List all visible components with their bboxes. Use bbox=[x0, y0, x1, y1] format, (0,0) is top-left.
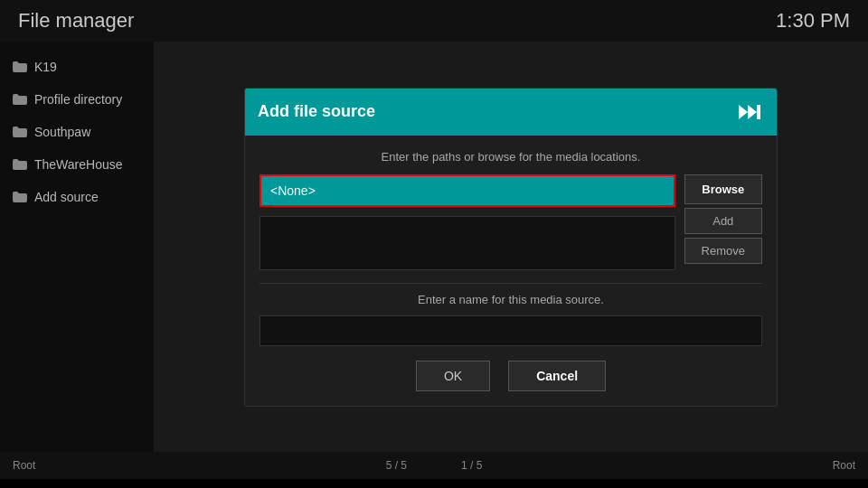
dialog-title: Add file source bbox=[258, 102, 375, 121]
sidebar: K19 Profile directory Southpaw TheWareHo… bbox=[0, 42, 154, 452]
path-input[interactable]: <None> bbox=[259, 174, 675, 207]
footer-center: 5 / 5 1 / 5 bbox=[386, 459, 483, 472]
paths-list bbox=[259, 216, 675, 270]
browse-button[interactable]: Browse bbox=[684, 174, 762, 204]
remove-button[interactable]: Remove bbox=[684, 238, 762, 264]
name-instruction: Enter a name for this media source. bbox=[259, 293, 762, 306]
path-row: <None> bbox=[259, 174, 675, 207]
main-layout: K19 Profile directory Southpaw TheWareHo… bbox=[0, 42, 868, 452]
sidebar-item-profile-directory[interactable]: Profile directory bbox=[0, 83, 154, 116]
folder-icon bbox=[13, 192, 27, 202]
folder-icon bbox=[13, 61, 27, 72]
sidebar-item-add-source[interactable]: Add source bbox=[0, 181, 154, 213]
divider bbox=[259, 283, 762, 284]
svg-rect-2 bbox=[757, 105, 760, 119]
footer: Root 5 / 5 1 / 5 Root bbox=[0, 452, 868, 479]
path-instruction: Enter the paths or browse for the media … bbox=[259, 150, 762, 164]
folder-icon bbox=[13, 94, 27, 105]
folder-icon bbox=[13, 159, 27, 170]
footer-right: Root bbox=[833, 459, 855, 472]
dialog-overlay: Add file source Enter the paths or brows… bbox=[154, 42, 868, 452]
content-area: Add file source Enter the paths or brows… bbox=[154, 42, 868, 452]
sidebar-item-thewarehouse[interactable]: TheWareHouse bbox=[0, 148, 154, 181]
ok-button[interactable]: OK bbox=[416, 361, 490, 391]
cancel-button[interactable]: Cancel bbox=[508, 361, 606, 391]
svg-marker-0 bbox=[739, 105, 748, 119]
svg-marker-1 bbox=[748, 105, 757, 119]
footer-left: Root bbox=[13, 459, 35, 472]
footer-center-right: 1 / 5 bbox=[461, 459, 482, 472]
clock: 1:30 PM bbox=[776, 9, 850, 33]
footer-center-left: 5 / 5 bbox=[386, 459, 407, 472]
name-input[interactable] bbox=[259, 315, 762, 346]
add-file-source-dialog: Add file source Enter the paths or brows… bbox=[244, 88, 778, 407]
paths-area: <None> Browse Add Remove bbox=[259, 174, 762, 270]
header: File manager 1:30 PM bbox=[0, 0, 868, 42]
folder-icon bbox=[13, 127, 27, 137]
kodi-logo-icon bbox=[735, 98, 764, 127]
page-title: File manager bbox=[18, 9, 134, 33]
add-button[interactable]: Add bbox=[684, 208, 762, 234]
sidebar-item-k19[interactable]: K19 bbox=[0, 51, 154, 83]
sidebar-item-southpaw[interactable]: Southpaw bbox=[0, 116, 154, 148]
dialog-body: Enter the paths or browse for the media … bbox=[245, 136, 777, 406]
dialog-header: Add file source bbox=[245, 89, 777, 136]
right-buttons: Browse Add Remove bbox=[684, 174, 762, 270]
dialog-buttons: OK Cancel bbox=[259, 361, 762, 391]
